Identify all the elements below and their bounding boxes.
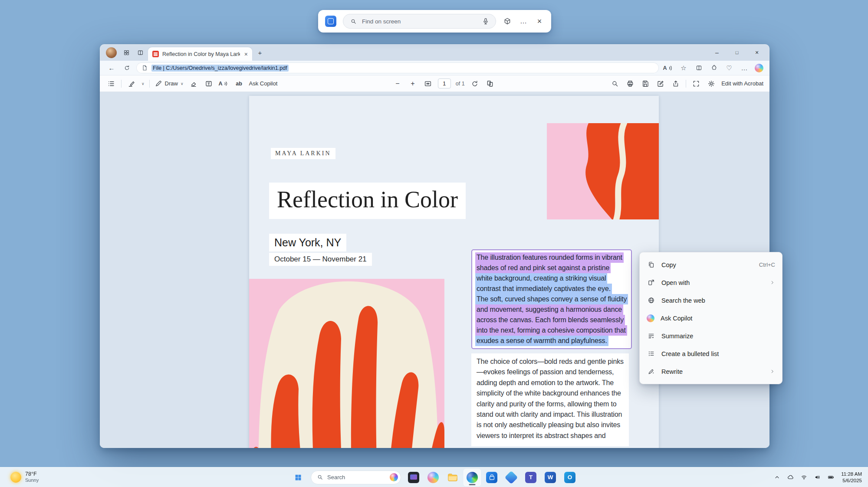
browser-essentials-heart-icon[interactable]: ♡ [723,62,735,74]
bulleted-list-icon [647,350,655,358]
context-menu-item-search-the-web[interactable]: Search the web [640,291,782,309]
paragraph-line: —evokes feelings of passion and tenderne… [477,367,624,377]
zoom-out-icon[interactable]: − [392,78,403,89]
taskbar-app-outlook[interactable]: O [561,469,579,486]
taskbar-app-task-view[interactable] [405,469,422,486]
draw-tool-button[interactable]: Draw ∨ [155,80,184,88]
window-close-button[interactable]: × [748,44,766,61]
highlighted-text[interactable]: The soft, curved shapes convey a sense o… [475,294,628,304]
highlighted-text[interactable]: into the next, forming a cohesive compos… [475,325,627,336]
context-menu-item-ask-copilot[interactable]: Ask Copilot [640,309,782,327]
document-title: Reflection in Color [269,183,466,219]
highlighted-text[interactable]: across the canvas. Each form blends seam… [475,315,625,325]
context-menu-item-copy[interactable]: CopyCtrl+C [640,256,782,274]
context-menu-item-summarize[interactable]: Summarize [640,327,782,345]
rewrite-icon [647,367,655,376]
paragraph-line: viewers to interpret its abstract shapes… [477,431,624,441]
context-menu-item-label: Search the web [661,297,775,304]
maximize-button[interactable]: □ [728,44,746,61]
edit-with-acrobat-button[interactable]: Edit with Acrobat [721,80,763,87]
word-icon: W [545,472,556,483]
highlighted-text[interactable]: contrast that immediately captivates the… [475,284,612,294]
taskbar-app-edge[interactable] [464,469,481,486]
weather-condition: Sunny [25,477,39,483]
zoom-in-icon[interactable]: + [408,78,418,89]
rotate-icon[interactable] [470,78,480,89]
paragraph-line: clarity and purity of the forms, allowin… [477,399,624,409]
app-letter: O [568,474,572,480]
highlight-line: The illustration features rounded forms … [475,252,628,263]
taskbar-app-copilot[interactable] [424,469,442,486]
highlighted-text[interactable]: shades of red and pink set against a pri… [475,263,611,273]
highlighted-paragraph: The illustration features rounded forms … [471,249,632,349]
profile-avatar[interactable] [106,47,117,58]
battery-icon[interactable] [826,472,835,483]
back-icon[interactable]: ← [106,62,117,74]
highlighted-text[interactable]: The illustration features rounded forms … [475,252,624,263]
url-field[interactable]: File | C:/Users/Onedrive/s_izza/lovegive… [136,62,659,73]
minimize-button[interactable]: – [708,44,726,61]
taskbar-search[interactable]: Search [311,471,401,484]
wifi-icon[interactable] [799,472,808,483]
chevron-down-icon[interactable]: ∨ [141,82,145,86]
print-icon[interactable] [625,78,635,89]
reload-icon[interactable] [121,62,132,74]
favorites-star-icon[interactable]: ☆ [678,62,689,74]
store-icon [486,472,497,483]
weather-widget[interactable]: 78°F Sunny [8,469,41,486]
text-highlighter-icon[interactable] [126,78,137,89]
context-menu-item-rewrite[interactable]: Rewrite [640,363,782,380]
workspaces-icon[interactable] [120,46,132,59]
onedrive-cloud-icon[interactable] [786,472,795,483]
close-icon[interactable]: × [535,16,544,26]
taskbar-app-store[interactable] [483,469,500,486]
fit-to-width-icon[interactable] [423,78,433,89]
pen-icon [155,80,162,88]
save-as-icon[interactable] [655,78,666,89]
clock[interactable]: 11:28 AM 5/6/2025 [841,471,862,484]
highlighted-text[interactable]: and movement, suggesting a harmonious da… [475,304,623,315]
microphone-icon[interactable] [481,16,490,26]
tab-actions-icon[interactable] [134,46,146,59]
tab-close-icon[interactable]: × [243,51,249,57]
extensions-puzzle-icon[interactable] [708,62,720,74]
translate-icon[interactable]: ab [234,78,244,89]
page-view-icon[interactable] [485,78,495,89]
volume-icon[interactable] [813,472,822,483]
tab-reflection-in-color[interactable]: Reflection in Color by Maya Lark × [148,47,252,61]
more-menu-icon[interactable]: … [739,62,750,74]
highlighted-text[interactable]: exudes a sense of warmth and playfulness… [475,336,608,346]
url-text[interactable]: File | C:/Users/Onedrive/s_izza/lovegive… [151,65,289,72]
context-menu-item-create-a-bulleted-list[interactable]: Create a bulleted list [640,345,782,363]
fullscreen-icon[interactable] [691,78,701,89]
find-input-field[interactable] [343,14,496,29]
windows-logo-icon [294,474,302,481]
ask-copilot-button[interactable]: Ask Copilot [249,80,278,87]
taskbar-app-teams[interactable]: T [522,469,539,486]
more-options-icon[interactable]: … [519,16,528,26]
page-number-input[interactable]: 1 [438,78,451,88]
taskbar-app-word[interactable]: W [542,469,559,486]
search-document-icon[interactable] [610,78,620,89]
split-screen-icon[interactable] [693,62,704,74]
tray-chevron-up-icon[interactable] [773,472,781,483]
highlighted-text[interactable]: white background, creating a striking vi… [475,273,607,284]
context-menu-item-open-with[interactable]: Open with [640,274,782,291]
read-aloud-icon[interactable]: A [663,62,674,74]
context-menu-item-label: Rewrite [661,368,763,375]
share-icon[interactable] [671,78,681,89]
visual-search-icon[interactable] [503,16,512,26]
start-button[interactable] [289,469,307,486]
settings-gear-icon[interactable] [706,78,717,89]
taskbar-app-dev[interactable] [503,469,520,486]
table-of-contents-icon[interactable] [106,78,116,89]
new-tab-button[interactable]: + [254,46,266,59]
save-icon[interactable] [640,78,651,89]
copilot-icon[interactable] [755,64,763,72]
read-aloud-icon[interactable]: A [219,78,229,89]
add-text-icon[interactable] [204,78,214,89]
taskbar-app-file-explorer[interactable] [444,469,461,486]
find-input[interactable] [362,18,477,25]
tab-title: Reflection in Color by Maya Lark [162,51,240,57]
eraser-icon[interactable] [188,78,199,89]
